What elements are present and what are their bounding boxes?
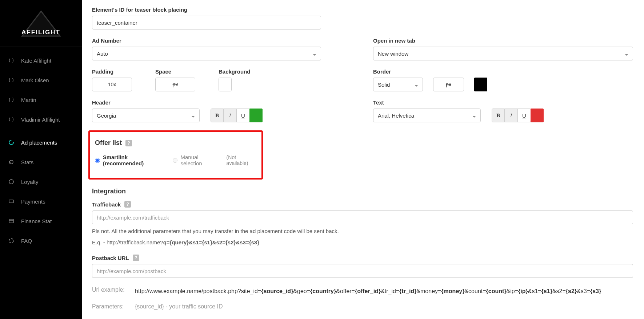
svg-point-2 [9, 140, 13, 145]
help-icon[interactable]: ? [133, 255, 139, 261]
text-font-value: Arial, Helvetica [378, 113, 414, 119]
header-font-select[interactable]: Georgia [92, 109, 200, 122]
sidebar-item-label: FAQ [21, 238, 32, 244]
offer-list-highlight: Offer list ? Smartlink (recommended) Man… [88, 130, 263, 180]
refresh-icon [8, 159, 15, 165]
radio-input [173, 158, 178, 163]
sidebar-item-user-martin[interactable]: Martin [0, 90, 82, 110]
sidebar-item-label: Loyalty [21, 179, 39, 185]
braces-icon [8, 116, 15, 123]
svg-point-8 [9, 239, 13, 243]
trafficback-note-1: Pls not. All the additional parameters t… [92, 227, 633, 236]
circle-loader-icon [8, 139, 15, 146]
text-label: Text [373, 99, 633, 106]
background-label: Background [219, 68, 251, 75]
chevron-down-icon [472, 113, 476, 119]
card-icon [8, 198, 15, 205]
svg-rect-5 [12, 202, 13, 202]
teaser-id-label: Element's ID for teaser block placing [92, 7, 633, 13]
teaser-id-input[interactable] [92, 16, 321, 29]
loader-icon [8, 237, 15, 244]
header-color-swatch[interactable] [249, 109, 263, 122]
trafficback-label: Trafficback [92, 201, 121, 208]
text-color-swatch[interactable] [531, 109, 544, 122]
help-icon[interactable]: ? [125, 140, 132, 146]
chevron-down-icon [415, 82, 418, 88]
svg-rect-4 [9, 200, 13, 203]
open-tab-select[interactable]: New window [373, 47, 633, 60]
parameters-value: {source_id} - your traffic source ID [135, 303, 223, 310]
radio-label: Smartlink (recommended) [103, 154, 164, 166]
sidebar-item-user-mark[interactable]: Mark Olsen [0, 70, 82, 90]
sidebar-item-label: Martin [21, 97, 36, 103]
svg-point-3 [9, 180, 13, 184]
url-example-value: http://www.example.name/postback.php?sit… [135, 287, 601, 296]
padding-input[interactable] [92, 78, 132, 91]
header-underline-button[interactable]: U [237, 109, 250, 122]
circle-icon [8, 178, 15, 185]
space-input[interactable]: px [155, 78, 195, 91]
not-available-label: (Not available) [227, 154, 256, 166]
trafficback-input[interactable] [92, 210, 633, 224]
brand-logo: AFFILIGHT [0, 0, 82, 47]
header-label: Header [92, 99, 352, 106]
sidebar-item-faq[interactable]: FAQ [0, 231, 82, 251]
braces-icon [8, 77, 15, 83]
sidebar-item-user-kate[interactable]: Kate Affilight [0, 51, 82, 70]
postback-label: Postback URL [92, 255, 129, 261]
ad-number-label: Ad Number [92, 38, 352, 44]
sidebar-item-label: Vladimir Affilight [21, 117, 60, 123]
radio-input[interactable] [95, 158, 100, 163]
offer-manual-radio: Manual selection [173, 154, 218, 166]
window-icon [8, 218, 15, 224]
chevron-down-icon [313, 51, 316, 57]
sidebar-item-label: Kate Affilight [21, 58, 51, 64]
integration-title: Integration [92, 188, 633, 195]
postback-input[interactable] [92, 264, 633, 278]
sidebar-list: Kate Affilight Mark Olsen Martin Vladimi… [0, 51, 82, 251]
border-label: Border [373, 68, 633, 75]
border-style-select[interactable]: Solid [373, 78, 423, 91]
text-bold-button[interactable]: B [492, 109, 505, 122]
url-example-label: Url example: [92, 287, 127, 296]
sidebar-item-ad-placements[interactable]: Ad placements [0, 133, 82, 152]
ad-number-value: Auto [97, 51, 108, 57]
parameters-label: Parameters: [92, 303, 127, 310]
header-bold-button[interactable]: B [211, 109, 224, 122]
trafficback-note-2: E.q. - http://trafficback.name?q={query}… [92, 239, 633, 247]
sidebar-item-stats[interactable]: Stats [0, 152, 82, 172]
svg-rect-6 [9, 219, 13, 223]
offer-list-title: Offer list [95, 139, 122, 147]
header-italic-button[interactable]: I [224, 109, 237, 122]
sidebar-item-loyalty[interactable]: Loyalty [0, 172, 82, 192]
border-width-input[interactable]: px [433, 78, 464, 91]
chevron-down-icon [625, 51, 628, 57]
sidebar: AFFILIGHT Kate Affilight Mark Olsen Mart… [0, 0, 82, 319]
help-icon[interactable]: ? [124, 201, 131, 208]
sidebar-item-payments[interactable]: Payments [0, 192, 82, 211]
border-style-value: Solid [378, 82, 390, 88]
text-underline-button[interactable]: U [518, 109, 531, 122]
sidebar-item-label: Payments [21, 198, 45, 205]
sidebar-item-label: Finance Stat [21, 218, 52, 224]
border-color-swatch[interactable] [474, 78, 487, 91]
sidebar-item-label: Ad placements [21, 139, 57, 146]
open-tab-label: Open in new tab [373, 38, 633, 44]
header-font-value: Georgia [97, 113, 116, 119]
radio-label: Manual selection [180, 154, 217, 166]
ad-number-select[interactable]: Auto [92, 47, 321, 60]
space-label: Space [155, 68, 195, 75]
braces-icon [8, 57, 15, 64]
main-content: Element's ID for teaser block placing Ad… [82, 0, 644, 319]
text-italic-button[interactable]: I [505, 109, 518, 122]
open-tab-value: New window [378, 51, 408, 57]
sidebar-item-label: Mark Olsen [21, 77, 49, 83]
padding-label: Padding [92, 68, 132, 75]
offer-smartlink-radio[interactable]: Smartlink (recommended) [95, 154, 164, 166]
chevron-down-icon [191, 113, 195, 119]
braces-icon [8, 97, 15, 103]
background-color-picker[interactable] [219, 78, 232, 91]
text-font-select[interactable]: Arial, Helvetica [373, 109, 481, 122]
sidebar-item-finance-stat[interactable]: Finance Stat [0, 211, 82, 231]
sidebar-item-user-vladimir[interactable]: Vladimir Affilight [0, 110, 82, 129]
